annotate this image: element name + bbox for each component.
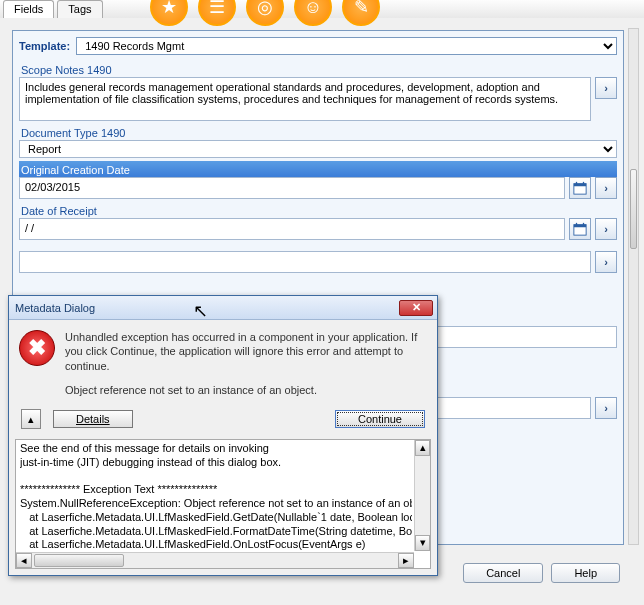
scroll-up-icon[interactable]: ▴ [415,440,430,456]
doc-type-select[interactable]: Report [19,140,617,158]
details-button[interactable]: Details [53,410,133,428]
exception-trace-area: See the end of this message for details … [15,439,431,569]
scroll-right-icon[interactable]: ▸ [398,553,414,568]
doc-type-row: Report [19,140,617,158]
dialog-titlebar[interactable]: Metadata Dialog ✕ [9,296,437,320]
hidden-field-row-1 [19,251,617,273]
calendar-icon [573,222,587,236]
dialog-button-row: ▴ Details Continue [9,403,437,439]
panel-scrollbar[interactable] [628,28,639,545]
ribbon-icon-1[interactable]: ★ [150,0,188,26]
hidden-input-1[interactable] [19,251,591,273]
ribbon-icon-strip: ★ ☰ ◎ ☺ ✎ [150,0,380,26]
calendar-icon [573,181,587,195]
exception-trace-text[interactable]: See the end of this message for details … [20,442,412,550]
trace-hscroll-thumb[interactable] [34,554,124,567]
orig-date-row: 02/03/2015 [19,177,617,199]
template-select[interactable]: 1490 Records Mgmt [76,37,617,55]
receipt-input[interactable]: / / [19,218,565,240]
scope-notes-row: Includes general records management oper… [19,77,617,121]
scope-notes-header: Scope Notes 1490 [19,61,617,77]
continue-button[interactable]: Continue [335,410,425,428]
svg-rect-5 [574,225,586,228]
receipt-row: / / [19,218,617,240]
receipt-calendar-button[interactable] [569,218,591,240]
dialog-title: Metadata Dialog [13,302,399,314]
svg-rect-1 [574,184,586,187]
help-button[interactable]: Help [551,563,620,583]
tab-fields[interactable]: Fields [3,0,54,18]
error-icon: ✖ [19,330,55,366]
scope-notes-text[interactable]: Includes general records management oper… [19,77,591,121]
dialog-body: ✖ Unhandled exception has occurred in a … [9,320,437,403]
hidden-more-3[interactable] [595,397,617,419]
template-label: Template: [19,40,70,52]
hidden-more-1[interactable] [595,251,617,273]
trace-vertical-scrollbar[interactable]: ▴ ▾ [414,440,430,551]
orig-date-more-button[interactable] [595,177,617,199]
details-collapse-button[interactable]: ▴ [21,409,41,429]
ribbon-icon-3[interactable]: ◎ [246,0,284,26]
ribbon-icon-5[interactable]: ✎ [342,0,380,26]
panel-scroll-thumb[interactable] [630,169,637,249]
close-icon: ✕ [412,301,421,314]
dialog-message-main: Unhandled exception has occurred in a co… [65,330,425,373]
cancel-button[interactable]: Cancel [463,563,543,583]
footer-buttons: Cancel Help [463,563,620,583]
orig-date-input[interactable]: 02/03/2015 [19,177,565,199]
receipt-header: Date of Receipt [19,202,617,218]
receipt-more-button[interactable] [595,218,617,240]
scroll-left-icon[interactable]: ◂ [16,553,32,568]
orig-date-header: Original Creation Date [19,161,617,177]
orig-date-calendar-button[interactable] [569,177,591,199]
dialog-message: Unhandled exception has occurred in a co… [65,330,425,397]
scope-notes-more-button[interactable] [595,77,617,99]
trace-horizontal-scrollbar[interactable]: ◂ ▸ [16,552,414,568]
ribbon-icon-4[interactable]: ☺ [294,0,332,26]
template-row: Template: 1490 Records Mgmt [19,37,617,55]
dialog-message-sub: Object reference not set to an instance … [65,383,425,397]
ribbon-icon-2[interactable]: ☰ [198,0,236,26]
tab-tags[interactable]: Tags [57,0,102,18]
dialog-close-button[interactable]: ✕ [399,300,433,316]
scroll-down-icon[interactable]: ▾ [415,535,430,551]
chevron-up-icon: ▴ [28,413,34,426]
doc-type-header: Document Type 1490 [19,124,617,140]
metadata-error-dialog: Metadata Dialog ✕ ✖ Unhandled exception … [8,295,438,576]
